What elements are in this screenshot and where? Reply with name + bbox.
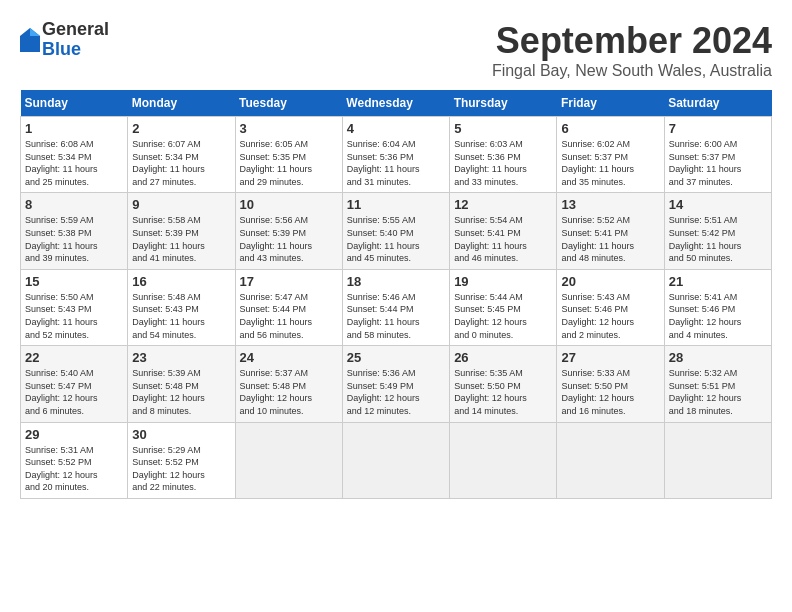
day-detail: Sunrise: 5:55 AM Sunset: 5:40 PM Dayligh… (347, 214, 445, 264)
day-number: 1 (25, 121, 123, 136)
table-row: 30Sunrise: 5:29 AM Sunset: 5:52 PM Dayli… (128, 422, 235, 498)
table-row: 7Sunrise: 6:00 AM Sunset: 5:37 PM Daylig… (664, 117, 771, 193)
day-detail: Sunrise: 6:04 AM Sunset: 5:36 PM Dayligh… (347, 138, 445, 188)
day-detail: Sunrise: 5:58 AM Sunset: 5:39 PM Dayligh… (132, 214, 230, 264)
logo: General Blue (20, 20, 109, 60)
day-detail: Sunrise: 5:54 AM Sunset: 5:41 PM Dayligh… (454, 214, 552, 264)
page-title: September 2024 (492, 20, 772, 62)
day-number: 18 (347, 274, 445, 289)
day-detail: Sunrise: 5:50 AM Sunset: 5:43 PM Dayligh… (25, 291, 123, 341)
day-detail: Sunrise: 6:08 AM Sunset: 5:34 PM Dayligh… (25, 138, 123, 188)
day-number: 19 (454, 274, 552, 289)
table-row: 17Sunrise: 5:47 AM Sunset: 5:44 PM Dayli… (235, 269, 342, 345)
table-row: 23Sunrise: 5:39 AM Sunset: 5:48 PM Dayli… (128, 346, 235, 422)
table-row: 2Sunrise: 6:07 AM Sunset: 5:34 PM Daylig… (128, 117, 235, 193)
day-detail: Sunrise: 5:40 AM Sunset: 5:47 PM Dayligh… (25, 367, 123, 417)
col-friday: Friday (557, 90, 664, 117)
day-number: 11 (347, 197, 445, 212)
col-tuesday: Tuesday (235, 90, 342, 117)
table-row (557, 422, 664, 498)
col-monday: Monday (128, 90, 235, 117)
table-row: 20Sunrise: 5:43 AM Sunset: 5:46 PM Dayli… (557, 269, 664, 345)
day-detail: Sunrise: 5:43 AM Sunset: 5:46 PM Dayligh… (561, 291, 659, 341)
day-number: 2 (132, 121, 230, 136)
table-row: 4Sunrise: 6:04 AM Sunset: 5:36 PM Daylig… (342, 117, 449, 193)
day-detail: Sunrise: 5:51 AM Sunset: 5:42 PM Dayligh… (669, 214, 767, 264)
day-number: 24 (240, 350, 338, 365)
page-subtitle: Fingal Bay, New South Wales, Australia (492, 62, 772, 80)
day-number: 29 (25, 427, 123, 442)
day-detail: Sunrise: 5:33 AM Sunset: 5:50 PM Dayligh… (561, 367, 659, 417)
day-detail: Sunrise: 5:44 AM Sunset: 5:45 PM Dayligh… (454, 291, 552, 341)
table-row (664, 422, 771, 498)
header-row: Sunday Monday Tuesday Wednesday Thursday… (21, 90, 772, 117)
day-number: 26 (454, 350, 552, 365)
col-sunday: Sunday (21, 90, 128, 117)
table-row: 13Sunrise: 5:52 AM Sunset: 5:41 PM Dayli… (557, 193, 664, 269)
table-row: 5Sunrise: 6:03 AM Sunset: 5:36 PM Daylig… (450, 117, 557, 193)
calendar-row: 15Sunrise: 5:50 AM Sunset: 5:43 PM Dayli… (21, 269, 772, 345)
table-row: 27Sunrise: 5:33 AM Sunset: 5:50 PM Dayli… (557, 346, 664, 422)
day-detail: Sunrise: 6:02 AM Sunset: 5:37 PM Dayligh… (561, 138, 659, 188)
day-number: 28 (669, 350, 767, 365)
svg-marker-1 (30, 28, 40, 36)
day-detail: Sunrise: 6:03 AM Sunset: 5:36 PM Dayligh… (454, 138, 552, 188)
table-row: 21Sunrise: 5:41 AM Sunset: 5:46 PM Dayli… (664, 269, 771, 345)
day-detail: Sunrise: 5:37 AM Sunset: 5:48 PM Dayligh… (240, 367, 338, 417)
table-row: 16Sunrise: 5:48 AM Sunset: 5:43 PM Dayli… (128, 269, 235, 345)
col-wednesday: Wednesday (342, 90, 449, 117)
table-row (342, 422, 449, 498)
col-saturday: Saturday (664, 90, 771, 117)
day-number: 22 (25, 350, 123, 365)
calendar-row: 8Sunrise: 5:59 AM Sunset: 5:38 PM Daylig… (21, 193, 772, 269)
day-number: 23 (132, 350, 230, 365)
col-thursday: Thursday (450, 90, 557, 117)
logo-text: General Blue (42, 20, 109, 60)
day-number: 13 (561, 197, 659, 212)
day-number: 15 (25, 274, 123, 289)
table-row: 25Sunrise: 5:36 AM Sunset: 5:49 PM Dayli… (342, 346, 449, 422)
day-detail: Sunrise: 5:59 AM Sunset: 5:38 PM Dayligh… (25, 214, 123, 264)
day-number: 30 (132, 427, 230, 442)
table-row: 12Sunrise: 5:54 AM Sunset: 5:41 PM Dayli… (450, 193, 557, 269)
day-number: 5 (454, 121, 552, 136)
calendar-row: 22Sunrise: 5:40 AM Sunset: 5:47 PM Dayli… (21, 346, 772, 422)
table-row: 3Sunrise: 6:05 AM Sunset: 5:35 PM Daylig… (235, 117, 342, 193)
day-detail: Sunrise: 5:47 AM Sunset: 5:44 PM Dayligh… (240, 291, 338, 341)
day-detail: Sunrise: 5:39 AM Sunset: 5:48 PM Dayligh… (132, 367, 230, 417)
day-number: 7 (669, 121, 767, 136)
day-detail: Sunrise: 5:35 AM Sunset: 5:50 PM Dayligh… (454, 367, 552, 417)
title-block: September 2024 Fingal Bay, New South Wal… (492, 20, 772, 80)
day-number: 17 (240, 274, 338, 289)
day-detail: Sunrise: 5:32 AM Sunset: 5:51 PM Dayligh… (669, 367, 767, 417)
table-row: 22Sunrise: 5:40 AM Sunset: 5:47 PM Dayli… (21, 346, 128, 422)
day-detail: Sunrise: 6:05 AM Sunset: 5:35 PM Dayligh… (240, 138, 338, 188)
table-row: 28Sunrise: 5:32 AM Sunset: 5:51 PM Dayli… (664, 346, 771, 422)
table-row: 15Sunrise: 5:50 AM Sunset: 5:43 PM Dayli… (21, 269, 128, 345)
table-row: 11Sunrise: 5:55 AM Sunset: 5:40 PM Dayli… (342, 193, 449, 269)
table-row: 9Sunrise: 5:58 AM Sunset: 5:39 PM Daylig… (128, 193, 235, 269)
day-number: 27 (561, 350, 659, 365)
day-detail: Sunrise: 5:52 AM Sunset: 5:41 PM Dayligh… (561, 214, 659, 264)
day-number: 25 (347, 350, 445, 365)
day-number: 12 (454, 197, 552, 212)
table-row: 26Sunrise: 5:35 AM Sunset: 5:50 PM Dayli… (450, 346, 557, 422)
table-row (450, 422, 557, 498)
day-detail: Sunrise: 6:00 AM Sunset: 5:37 PM Dayligh… (669, 138, 767, 188)
table-row: 14Sunrise: 5:51 AM Sunset: 5:42 PM Dayli… (664, 193, 771, 269)
day-number: 9 (132, 197, 230, 212)
calendar-row: 29Sunrise: 5:31 AM Sunset: 5:52 PM Dayli… (21, 422, 772, 498)
table-row: 18Sunrise: 5:46 AM Sunset: 5:44 PM Dayli… (342, 269, 449, 345)
day-number: 20 (561, 274, 659, 289)
table-row: 19Sunrise: 5:44 AM Sunset: 5:45 PM Dayli… (450, 269, 557, 345)
table-row: 29Sunrise: 5:31 AM Sunset: 5:52 PM Dayli… (21, 422, 128, 498)
day-detail: Sunrise: 5:36 AM Sunset: 5:49 PM Dayligh… (347, 367, 445, 417)
table-row: 1Sunrise: 6:08 AM Sunset: 5:34 PM Daylig… (21, 117, 128, 193)
day-number: 6 (561, 121, 659, 136)
day-number: 8 (25, 197, 123, 212)
day-detail: Sunrise: 5:48 AM Sunset: 5:43 PM Dayligh… (132, 291, 230, 341)
day-detail: Sunrise: 5:31 AM Sunset: 5:52 PM Dayligh… (25, 444, 123, 494)
day-number: 14 (669, 197, 767, 212)
logo-icon (20, 28, 40, 52)
table-row: 6Sunrise: 6:02 AM Sunset: 5:37 PM Daylig… (557, 117, 664, 193)
